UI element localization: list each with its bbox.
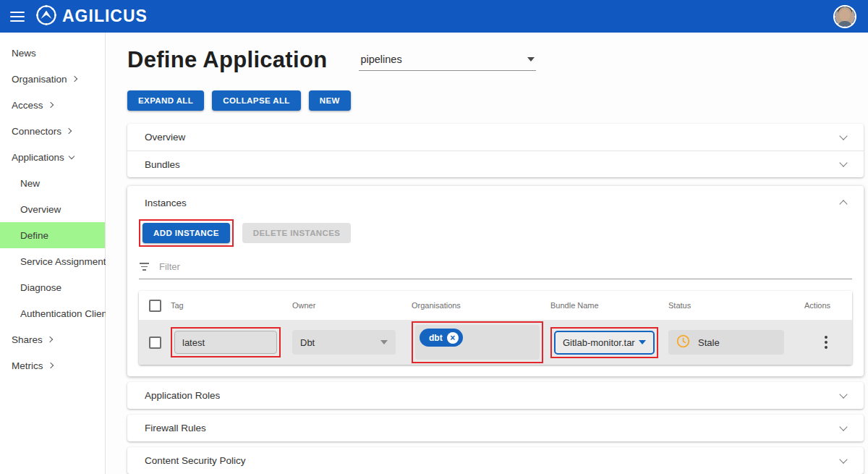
col-header-tag: Tag	[171, 301, 292, 310]
section-content-security-policy[interactable]: Content Security Policy	[127, 447, 864, 474]
annotation-box-add-instance: ADD INSTANCE	[139, 219, 234, 247]
annotation-box-bundle: Gitlab-monitor.tar	[550, 327, 658, 358]
chevron-right-icon	[47, 337, 53, 342]
accordion-application-roles: Application Roles	[127, 382, 864, 409]
sidebar-item-new[interactable]: New	[0, 170, 105, 196]
row-actions-menu-icon[interactable]	[822, 333, 830, 352]
col-header-status: Status	[668, 301, 804, 310]
sidebar-item-metrics[interactable]: Metrics	[0, 352, 105, 378]
chevron-down-icon	[69, 153, 75, 158]
annotation-box-organisations: dbt ×	[412, 321, 543, 363]
sidebar-item-service-assignment[interactable]: Service Assignment	[0, 248, 105, 274]
sidebar-nav: News Organisation Access Connectors Appl…	[0, 33, 106, 474]
select-all-checkbox[interactable]	[149, 300, 161, 312]
table-header-row: Tag Owner Organisations Bundle Name Stat…	[139, 291, 852, 320]
bundle-name-select[interactable]: Gitlab-monitor.tar	[554, 331, 655, 355]
organisation-chip[interactable]: dbt ×	[420, 329, 463, 347]
sidebar-item-define[interactable]: Define	[0, 222, 105, 248]
status-text: Stale	[698, 337, 720, 348]
col-header-bundle-name: Bundle Name	[550, 301, 668, 310]
col-header-owner: Owner	[292, 301, 412, 310]
chevron-right-icon	[66, 128, 72, 134]
owner-select[interactable]: Dbt	[292, 330, 396, 355]
chevron-down-icon	[839, 455, 847, 463]
chevron-right-icon	[71, 76, 77, 82]
accordion-firewall-rules: Firewall Rules	[127, 415, 864, 441]
chevron-right-icon	[47, 363, 53, 368]
sidebar-item-shares[interactable]: Shares	[0, 326, 105, 352]
dropdown-arrow-icon	[527, 57, 535, 62]
chevron-right-icon	[47, 102, 53, 108]
filter-icon	[139, 263, 149, 271]
accordion-content-security-policy: Content Security Policy	[127, 447, 864, 474]
sidebar-item-overview[interactable]: Overview	[0, 196, 105, 222]
instances-table: Tag Owner Organisations Bundle Name Stat…	[139, 291, 852, 365]
annotation-box-tag	[171, 327, 281, 357]
add-instance-button[interactable]: ADD INSTANCE	[142, 223, 230, 243]
chevron-down-icon	[839, 158, 847, 166]
col-header-actions: Actions	[804, 301, 852, 310]
agilicus-logo-icon	[35, 4, 58, 30]
chevron-down-icon	[839, 390, 847, 398]
col-header-organisations: Organisations	[412, 301, 550, 310]
new-button[interactable]: NEW	[309, 90, 351, 111]
brand[interactable]: AGILICUS	[35, 4, 148, 30]
clock-icon	[676, 334, 690, 350]
filter-input[interactable]	[159, 261, 852, 272]
tag-input[interactable]	[174, 331, 277, 354]
application-select[interactable]: pipelines	[359, 54, 536, 71]
dropdown-arrow-icon	[380, 340, 388, 344]
top-app-bar: AGILICUS	[0, 0, 868, 33]
section-instances: Instances ADD INSTANCE DELETE INSTANCES …	[127, 186, 864, 376]
menu-icon[interactable]	[10, 12, 25, 22]
user-avatar[interactable]	[832, 4, 858, 30]
instances-header[interactable]: Instances	[127, 186, 864, 219]
delete-instances-button: DELETE INSTANCES	[242, 223, 352, 243]
sidebar-item-organisation[interactable]: Organisation	[0, 66, 105, 92]
collapse-all-button[interactable]: COLLAPSE ALL	[212, 90, 301, 111]
chip-remove-icon[interactable]: ×	[447, 332, 459, 344]
organisations-field[interactable]: dbt ×	[415, 325, 540, 360]
filter-field[interactable]	[139, 261, 852, 279]
dropdown-arrow-icon	[639, 340, 646, 344]
status-badge: Stale	[668, 330, 784, 355]
expand-all-button[interactable]: EXPAND ALL	[127, 90, 204, 111]
chevron-up-icon	[839, 200, 847, 208]
chevron-down-icon	[839, 132, 847, 140]
section-bundles[interactable]: Bundles	[127, 151, 864, 177]
accordion-top: Overview Bundles	[127, 124, 864, 177]
row-checkbox[interactable]	[149, 337, 161, 349]
application-select-value: pipelines	[360, 54, 401, 65]
main-content: Define Application pipelines EXPAND ALL …	[106, 33, 868, 474]
section-application-roles[interactable]: Application Roles	[127, 382, 864, 409]
sidebar-item-applications[interactable]: Applications	[0, 144, 105, 170]
section-firewall-rules[interactable]: Firewall Rules	[127, 415, 864, 441]
chevron-down-icon	[839, 423, 847, 431]
brand-name: AGILICUS	[62, 7, 148, 26]
sidebar-item-news[interactable]: News	[0, 40, 105, 66]
sidebar-item-authentication-clients[interactable]: Authentication Clients	[0, 300, 105, 326]
page-title: Define Application	[127, 47, 327, 73]
sidebar-item-diagnose[interactable]: Diagnose	[0, 274, 105, 300]
sidebar-item-access[interactable]: Access	[0, 92, 105, 118]
section-overview[interactable]: Overview	[127, 124, 864, 151]
table-row: Dbt dbt ×	[139, 320, 852, 365]
sidebar-item-connectors[interactable]: Connectors	[0, 118, 105, 144]
